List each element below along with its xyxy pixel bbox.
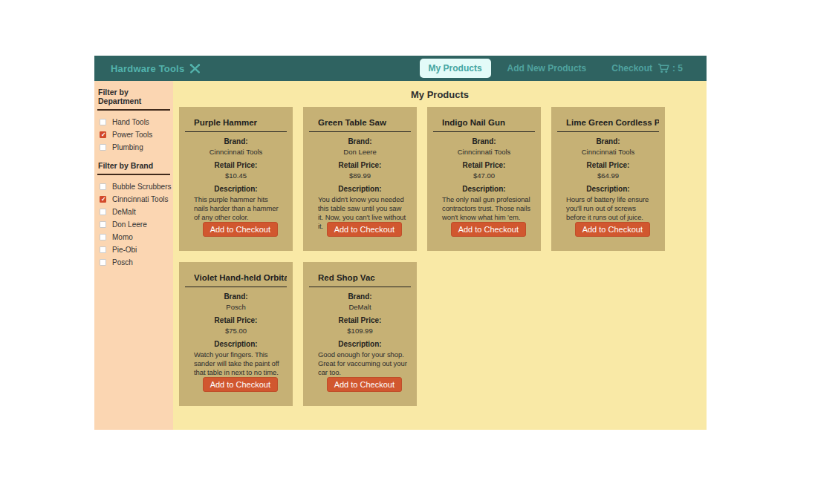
filter-item-label: Posch (112, 258, 133, 266)
description-text: Hours of battery life ensure you'll run … (566, 195, 656, 222)
filter-item-label: Cinncinnati Tools (112, 195, 168, 203)
checkbox[interactable] (100, 196, 106, 203)
price-value: $47.00 (427, 171, 541, 180)
main-content: My Products Purple Hammer Brand: Cinncin… (173, 81, 707, 430)
app-window: Hardware Tools My Products Add New Produ… (94, 56, 707, 430)
brand-value: DeMalt (303, 303, 417, 311)
description-text: Watch your fingers. This sander will tak… (194, 350, 284, 377)
price-value: $89.99 (303, 171, 417, 180)
department-filter-title: Filter by Department (98, 88, 169, 105)
product-name: Green Table Saw (318, 118, 411, 127)
filter-item[interactable]: Momo (94, 231, 173, 243)
add-to-checkout-button[interactable]: Add to Checkout (451, 222, 526, 237)
filter-item[interactable]: Hand Tools (94, 116, 173, 128)
add-to-checkout-button[interactable]: Add to Checkout (575, 222, 650, 237)
checkbox[interactable] (100, 246, 106, 253)
brand-label: Brand: (551, 137, 665, 145)
filter-item-label: Plumbing (112, 143, 143, 151)
filter-item-label: Momo (112, 233, 133, 241)
brand-value: Posch (179, 303, 293, 311)
add-to-checkout-button[interactable]: Add to Checkout (203, 377, 278, 392)
checkbox[interactable] (100, 183, 106, 190)
product-name: Indigo Nail Gun (442, 118, 535, 127)
checkbox[interactable] (100, 259, 106, 266)
brand-filter-group: Filter by Brand Bubble Scrubbers Cinncin… (94, 161, 173, 269)
description-label: Description: (551, 185, 665, 193)
product-card: Lime Green Cordless Powe... Brand: Cinnc… (551, 107, 665, 251)
filter-item[interactable]: Bubble Scrubbers (94, 180, 173, 193)
brand-value: Cinncinnati Tools (551, 148, 665, 156)
filter-item[interactable]: Cinncinnati Tools (94, 193, 173, 206)
nav-checkout[interactable]: Checkout : 5 (603, 59, 692, 78)
card-divider (557, 131, 659, 132)
brand-label: Brand: (427, 137, 541, 145)
price-value: $109.99 (303, 327, 417, 335)
product-card: Green Table Saw Brand: Don Leere Retail … (303, 107, 417, 251)
filter-item[interactable]: Pie-Obi (94, 243, 173, 256)
price-label: Retail Price: (427, 161, 541, 169)
product-name: Violet Hand-held Orbital S... (194, 273, 287, 282)
description-label: Description: (427, 185, 541, 193)
app-header: Hardware Tools My Products Add New Produ… (94, 56, 707, 81)
checkbox[interactable] (100, 131, 106, 138)
description-text: This purple hammer hits nails harder tha… (194, 195, 284, 222)
sidebar: Filter by Department Hand Tools Power To… (94, 81, 173, 430)
add-to-checkout-button[interactable]: Add to Checkout (327, 222, 402, 237)
product-name: Red Shop Vac (318, 273, 411, 282)
department-filter-group: Filter by Department Hand Tools Power To… (94, 88, 173, 154)
brand-label: Brand: (179, 292, 293, 301)
card-divider (185, 287, 287, 287)
filter-item-label: Don Leere (112, 220, 147, 229)
description-label: Description: (179, 340, 293, 348)
filter-item[interactable]: DeMalt (94, 206, 173, 218)
description-label: Description: (303, 340, 417, 348)
product-grid: Purple Hammer Brand: Cinncinnati Tools R… (173, 100, 707, 406)
price-value: $10.45 (179, 171, 293, 180)
brand-filter-title: Filter by Brand (98, 161, 169, 170)
add-to-checkout-button[interactable]: Add to Checkout (327, 377, 402, 392)
price-label: Retail Price: (303, 161, 417, 169)
filter-item[interactable]: Posch (94, 256, 173, 269)
filter-item-label: Pie-Obi (112, 246, 137, 254)
brand-label: Brand: (179, 137, 293, 145)
brand-value: Cinncinnati Tools (179, 148, 293, 156)
main-nav: My Products Add New Products Checkout : … (420, 56, 707, 81)
description-text: Good enough for your shop. Great for vac… (318, 350, 408, 377)
filter-item-label: Power Tools (112, 131, 152, 139)
card-divider (433, 131, 535, 132)
price-label: Retail Price: (303, 316, 417, 324)
checkbox[interactable] (100, 119, 106, 125)
product-card: Indigo Nail Gun Brand: Cinncinnati Tools… (427, 107, 541, 251)
app-title: Hardware Tools (111, 63, 184, 74)
price-label: Retail Price: (551, 161, 665, 169)
checkbox[interactable] (100, 209, 106, 215)
price-label: Retail Price: (179, 316, 293, 324)
checkbox[interactable] (100, 221, 106, 228)
nav-my-products[interactable]: My Products (420, 59, 491, 78)
checkbox[interactable] (100, 234, 106, 240)
nav-add-new-products[interactable]: Add New Products (499, 59, 596, 78)
cart-count: : 5 (672, 63, 683, 73)
brand-label: Brand: (303, 137, 417, 145)
description-text: The only nail gun profesional contractor… (442, 195, 532, 222)
product-card: Red Shop Vac Brand: DeMalt Retail Price:… (303, 262, 417, 406)
brand-value: Don Leere (303, 148, 417, 156)
filter-item-label: DeMalt (112, 208, 136, 216)
product-name: Purple Hammer (194, 118, 287, 127)
filter-divider (97, 174, 170, 175)
filter-item[interactable]: Power Tools (94, 128, 173, 141)
price-label: Retail Price: (179, 161, 293, 169)
page-title: My Products (173, 89, 707, 100)
add-to-checkout-button[interactable]: Add to Checkout (203, 222, 278, 237)
filter-item-label: Hand Tools (112, 118, 149, 126)
filter-item[interactable]: Don Leere (94, 218, 173, 231)
filter-item-label: Bubble Scrubbers (112, 183, 172, 191)
cart-icon (657, 63, 669, 73)
product-card: Violet Hand-held Orbital S... Brand: Pos… (179, 262, 293, 406)
brand-filter-list: Bubble Scrubbers Cinncinnati Tools DeMal… (94, 180, 173, 269)
card-divider (309, 287, 411, 287)
checkbox[interactable] (100, 144, 106, 151)
card-divider (309, 131, 411, 132)
filter-item[interactable]: Plumbing (94, 141, 173, 154)
checkout-label: Checkout (611, 63, 652, 73)
